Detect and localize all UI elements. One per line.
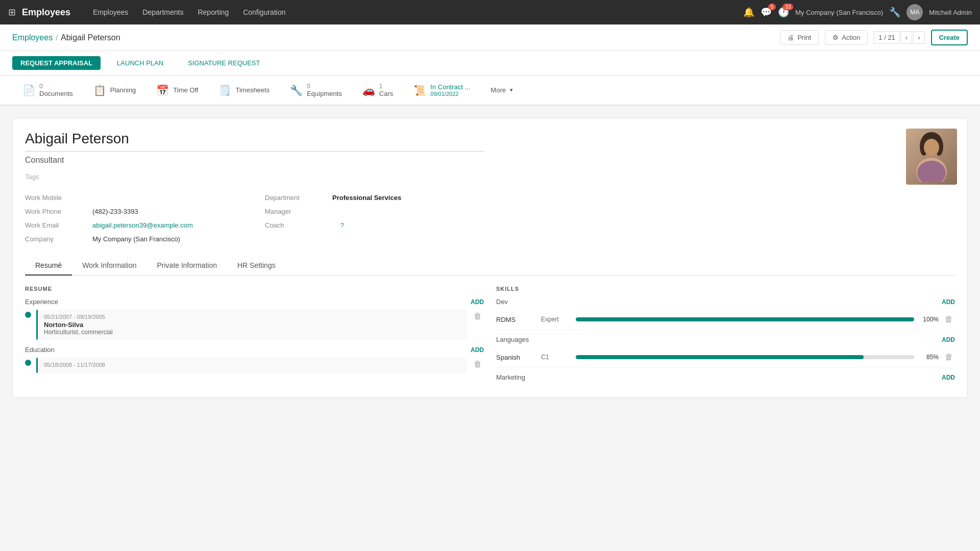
marketing-add[interactable]: ADD bbox=[942, 374, 955, 381]
tab-hr-settings[interactable]: HR Settings bbox=[227, 256, 286, 276]
tab-planning[interactable]: 📋 Planning bbox=[83, 77, 146, 105]
chat-badge: 5 bbox=[768, 4, 776, 10]
tab-documents[interactable]: 📄 0 Documents bbox=[12, 76, 83, 106]
settings-icon[interactable]: 🔧 bbox=[889, 7, 900, 18]
education-delete[interactable]: 🗑 bbox=[472, 358, 484, 373]
next-button[interactable]: › bbox=[913, 31, 924, 44]
contract-icon: 📜 bbox=[413, 84, 426, 96]
print-button[interactable]: 🖨 Print bbox=[780, 30, 819, 45]
employee-fields: Work Mobile Work Phone (482)-233-3393 Wo… bbox=[25, 191, 484, 246]
tab-private-information[interactable]: Private Information bbox=[146, 256, 227, 276]
dev-add[interactable]: ADD bbox=[942, 298, 955, 306]
clock-icon[interactable]: 🕐33 bbox=[778, 7, 789, 18]
company-value: My Company (San Francisco) bbox=[92, 235, 180, 243]
launch-plan-button[interactable]: LAUNCH PLAN bbox=[109, 56, 172, 70]
education-dates: 05/18/2008 - 11/17/2008 bbox=[44, 362, 460, 368]
request-appraisal-button[interactable]: REQUEST APPRAISAL bbox=[12, 56, 101, 70]
tags-field[interactable]: Tags bbox=[25, 173, 484, 181]
skill-spanish: Spanish C1 85% 🗑 bbox=[496, 347, 955, 367]
experience-delete[interactable]: 🗑 bbox=[472, 310, 484, 340]
breadcrumb-bar: Employees / Abigail Peterson 🖨 Print ⚙ A… bbox=[0, 24, 980, 51]
chat-icon[interactable]: 💬5 bbox=[761, 7, 772, 18]
activity-icon[interactable]: 🔔 bbox=[743, 7, 754, 18]
experience-desc: Horticulturist, commercial bbox=[44, 329, 460, 336]
skill-spanish-bar bbox=[576, 355, 864, 359]
manager-field: Manager bbox=[265, 205, 484, 218]
nav-right: 🔔 💬5 🕐33 My Company (San Francisco) 🔧 MA… bbox=[743, 4, 972, 20]
coach-field: Coach ? bbox=[265, 218, 484, 232]
breadcrumb-parent[interactable]: Employees bbox=[12, 33, 53, 42]
clock-badge: 33 bbox=[782, 4, 793, 10]
work-phone-value[interactable]: (482)-233-3393 bbox=[92, 208, 138, 215]
avatar: MA bbox=[906, 4, 923, 20]
action-gear-icon: ⚙ bbox=[832, 34, 839, 41]
work-phone-field: Work Phone (482)-233-3393 bbox=[25, 205, 244, 218]
tab-cars[interactable]: 🚗 1 Cars bbox=[352, 76, 403, 106]
more-dropdown-icon: ▾ bbox=[510, 87, 513, 93]
tab-more[interactable]: More ▾ bbox=[480, 79, 523, 102]
nav-configuration[interactable]: Configuration bbox=[237, 4, 291, 20]
work-email-value[interactable]: abigail.peterson39@example.com bbox=[92, 221, 193, 229]
experience-name: Norton-Silva bbox=[44, 321, 460, 329]
breadcrumb-separator: / bbox=[56, 34, 58, 42]
employee-photo-inner bbox=[906, 129, 957, 185]
tab-resume[interactable]: Resumé bbox=[25, 256, 72, 276]
nav-employees[interactable]: Employees bbox=[87, 4, 134, 20]
create-button[interactable]: Create bbox=[931, 30, 968, 45]
breadcrumb-current: Abigail Peterson bbox=[61, 33, 120, 42]
employee-photo bbox=[906, 129, 957, 185]
experience-dot bbox=[25, 312, 31, 318]
education-label: Education bbox=[25, 346, 55, 354]
fields-left: Work Mobile Work Phone (482)-233-3393 Wo… bbox=[25, 191, 244, 246]
tab-equipments[interactable]: 🔧 0 Equipments bbox=[280, 76, 352, 106]
skill-spanish-bar-container bbox=[576, 355, 914, 359]
resume-content: RESUME Experience ADD 05/21/2007 - 09/19… bbox=[25, 286, 955, 385]
experience-dates: 05/21/2007 - 09/19/2005 bbox=[44, 314, 460, 320]
grid-icon[interactable]: ⊞ bbox=[8, 7, 16, 18]
marketing-label: Marketing bbox=[496, 373, 525, 381]
tab-time-off[interactable]: 📅 Time Off bbox=[146, 77, 208, 105]
skills-section-title: SKILLS bbox=[496, 286, 955, 292]
nav-departments[interactable]: Departments bbox=[136, 4, 189, 20]
signature-request-button[interactable]: SIGNATURE REQUEST bbox=[180, 56, 268, 70]
coach-help-icon[interactable]: ? bbox=[340, 222, 344, 229]
smart-tabs: 📄 0 Documents 📋 Planning 📅 Time Off 🗒️ T… bbox=[0, 76, 980, 106]
languages-label: Languages bbox=[496, 336, 529, 343]
languages-add[interactable]: ADD bbox=[942, 336, 955, 343]
action-button[interactable]: ⚙ Action bbox=[825, 30, 868, 45]
skill-spanish-pct: 85% bbox=[918, 354, 939, 361]
education-add[interactable]: ADD bbox=[471, 346, 484, 354]
app-name: Employees bbox=[22, 7, 70, 18]
work-email-field: Work Email abigail.peterson39@example.co… bbox=[25, 218, 244, 232]
dev-label: Dev bbox=[496, 298, 508, 306]
education-content: 05/18/2008 - 11/17/2008 bbox=[36, 358, 467, 373]
tab-work-information[interactable]: Work Information bbox=[72, 256, 146, 276]
time-off-icon: 📅 bbox=[156, 84, 169, 96]
nav-arrows: 1 / 21 ‹ › bbox=[874, 31, 924, 44]
tab-timesheets[interactable]: 🗒️ Timesheets bbox=[208, 77, 280, 105]
skill-rdms: RDMS Expert 100% 🗑 bbox=[496, 310, 955, 330]
education-entry-0: 05/18/2008 - 11/17/2008 🗑 bbox=[25, 358, 484, 373]
skill-rdms-pct: 100% bbox=[918, 316, 939, 323]
department-value[interactable]: Professional Services bbox=[332, 194, 401, 202]
work-mobile-field: Work Mobile bbox=[25, 191, 244, 205]
education-dot bbox=[25, 360, 31, 366]
prev-button[interactable]: ‹ bbox=[901, 31, 912, 44]
nav-reporting[interactable]: Reporting bbox=[191, 4, 235, 20]
skill-spanish-delete[interactable]: 🗑 bbox=[943, 350, 955, 364]
dev-header: Dev ADD bbox=[496, 298, 955, 306]
nav-count: 1 / 21 bbox=[874, 31, 900, 44]
company-field: Company My Company (San Francisco) bbox=[25, 232, 244, 246]
planning-icon: 📋 bbox=[93, 84, 106, 96]
skill-spanish-name: Spanish bbox=[496, 354, 537, 361]
tab-contract[interactable]: 📜 In Contract ... 09/01/2022 bbox=[403, 76, 480, 105]
timesheets-icon: 🗒️ bbox=[218, 84, 231, 96]
employee-title: Consultant bbox=[25, 156, 484, 165]
breadcrumb-actions: 🖨 Print ⚙ Action 1 / 21 ‹ › Create bbox=[780, 30, 968, 45]
skill-rdms-delete[interactable]: 🗑 bbox=[943, 313, 955, 326]
skills-right: SKILLS Dev ADD RDMS Expert 100% 🗑 bbox=[496, 286, 955, 385]
marketing-header: Marketing ADD bbox=[496, 373, 955, 381]
experience-add[interactable]: ADD bbox=[471, 298, 484, 306]
experience-header: Experience ADD bbox=[25, 298, 484, 306]
nav-links: Employees Departments Reporting Configur… bbox=[87, 4, 739, 20]
